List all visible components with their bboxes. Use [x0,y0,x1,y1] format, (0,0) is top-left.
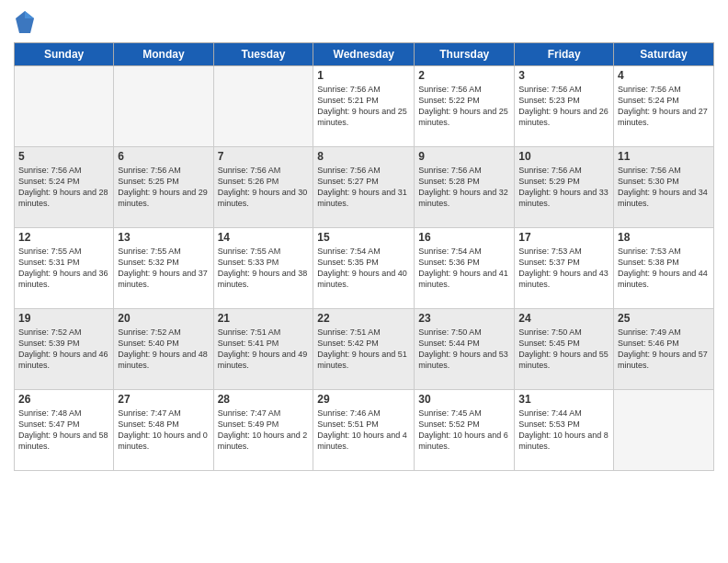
day-info: Sunrise: 7:55 AM Sunset: 5:33 PM Dayligh… [218,246,310,291]
day-number: 4 [618,69,710,82]
svg-marker-1 [25,11,34,18]
day-number: 31 [518,393,609,406]
calendar-cell [614,390,714,471]
day-info: Sunrise: 7:45 AM Sunset: 5:52 PM Dayligh… [418,408,510,453]
calendar-cell: 23Sunrise: 7:50 AM Sunset: 5:44 PM Dayli… [415,309,515,390]
calendar-cell: 16Sunrise: 7:54 AM Sunset: 5:36 PM Dayli… [415,228,515,309]
calendar-week-row: 12Sunrise: 7:55 AM Sunset: 5:31 PM Dayli… [15,228,714,309]
day-number: 11 [618,150,710,163]
day-info: Sunrise: 7:56 AM Sunset: 5:28 PM Dayligh… [418,165,510,210]
day-info: Sunrise: 7:50 AM Sunset: 5:45 PM Dayligh… [518,327,609,372]
calendar-cell: 20Sunrise: 7:52 AM Sunset: 5:40 PM Dayli… [114,309,213,390]
day-number: 10 [518,150,609,163]
day-info: Sunrise: 7:50 AM Sunset: 5:44 PM Dayligh… [418,327,510,372]
calendar-week-row: 26Sunrise: 7:48 AM Sunset: 5:47 PM Dayli… [15,390,714,471]
calendar-cell [15,66,114,147]
day-number: 21 [218,312,310,325]
weekday-header-monday: Monday [114,43,213,66]
day-number: 24 [518,312,609,325]
day-number: 19 [18,312,109,325]
day-number: 16 [418,231,510,244]
day-info: Sunrise: 7:47 AM Sunset: 5:49 PM Dayligh… [218,408,310,453]
calendar-cell: 4Sunrise: 7:56 AM Sunset: 5:24 PM Daylig… [614,66,714,147]
day-number: 15 [317,231,410,244]
day-info: Sunrise: 7:51 AM Sunset: 5:42 PM Dayligh… [317,327,410,372]
calendar-week-row: 5Sunrise: 7:56 AM Sunset: 5:24 PM Daylig… [15,147,714,228]
day-info: Sunrise: 7:56 AM Sunset: 5:25 PM Dayligh… [118,165,209,210]
day-info: Sunrise: 7:56 AM Sunset: 5:23 PM Dayligh… [518,84,609,129]
day-number: 1 [317,69,410,82]
day-info: Sunrise: 7:56 AM Sunset: 5:22 PM Dayligh… [418,84,510,129]
day-number: 26 [18,393,109,406]
calendar-cell: 11Sunrise: 7:56 AM Sunset: 5:30 PM Dayli… [614,147,714,228]
calendar-cell: 17Sunrise: 7:53 AM Sunset: 5:37 PM Dayli… [515,228,614,309]
day-number: 12 [18,231,109,244]
calendar-cell: 28Sunrise: 7:47 AM Sunset: 5:49 PM Dayli… [213,390,313,471]
day-number: 29 [317,393,410,406]
calendar-cell: 14Sunrise: 7:55 AM Sunset: 5:33 PM Dayli… [213,228,313,309]
calendar-cell: 3Sunrise: 7:56 AM Sunset: 5:23 PM Daylig… [515,66,614,147]
day-number: 3 [518,69,609,82]
calendar-week-row: 1Sunrise: 7:56 AM Sunset: 5:21 PM Daylig… [15,66,714,147]
day-number: 5 [18,150,109,163]
calendar-cell: 8Sunrise: 7:56 AM Sunset: 5:27 PM Daylig… [313,147,415,228]
day-number: 17 [518,231,609,244]
calendar-cell [114,66,213,147]
logo-icon [14,9,36,35]
day-number: 7 [218,150,310,163]
day-number: 8 [317,150,410,163]
weekday-header-sunday: Sunday [15,43,114,66]
calendar-week-row: 19Sunrise: 7:52 AM Sunset: 5:39 PM Dayli… [15,309,714,390]
day-info: Sunrise: 7:56 AM Sunset: 5:26 PM Dayligh… [218,165,310,210]
calendar-cell: 15Sunrise: 7:54 AM Sunset: 5:35 PM Dayli… [313,228,415,309]
day-info: Sunrise: 7:55 AM Sunset: 5:31 PM Dayligh… [18,246,109,291]
calendar-cell: 1Sunrise: 7:56 AM Sunset: 5:21 PM Daylig… [313,66,415,147]
calendar-cell: 5Sunrise: 7:56 AM Sunset: 5:24 PM Daylig… [15,147,114,228]
calendar-cell: 30Sunrise: 7:45 AM Sunset: 5:52 PM Dayli… [415,390,515,471]
day-number: 23 [418,312,510,325]
calendar-cell: 18Sunrise: 7:53 AM Sunset: 5:38 PM Dayli… [614,228,714,309]
weekday-header-thursday: Thursday [415,43,515,66]
calendar-cell: 13Sunrise: 7:55 AM Sunset: 5:32 PM Dayli… [114,228,213,309]
calendar-cell [213,66,313,147]
weekday-header-row: SundayMondayTuesdayWednesdayThursdayFrid… [15,43,714,66]
day-info: Sunrise: 7:55 AM Sunset: 5:32 PM Dayligh… [118,246,209,291]
weekday-header-saturday: Saturday [614,43,714,66]
calendar-cell: 12Sunrise: 7:55 AM Sunset: 5:31 PM Dayli… [15,228,114,309]
day-info: Sunrise: 7:52 AM Sunset: 5:39 PM Dayligh… [18,327,109,372]
day-info: Sunrise: 7:53 AM Sunset: 5:38 PM Dayligh… [618,246,710,291]
calendar-cell: 27Sunrise: 7:47 AM Sunset: 5:48 PM Dayli… [114,390,213,471]
calendar-cell: 7Sunrise: 7:56 AM Sunset: 5:26 PM Daylig… [213,147,313,228]
day-info: Sunrise: 7:54 AM Sunset: 5:36 PM Dayligh… [418,246,510,291]
header [14,9,714,35]
calendar-cell: 19Sunrise: 7:52 AM Sunset: 5:39 PM Dayli… [15,309,114,390]
calendar-cell: 6Sunrise: 7:56 AM Sunset: 5:25 PM Daylig… [114,147,213,228]
calendar-cell: 29Sunrise: 7:46 AM Sunset: 5:51 PM Dayli… [313,390,415,471]
day-info: Sunrise: 7:56 AM Sunset: 5:21 PM Dayligh… [317,84,410,129]
day-number: 30 [418,393,510,406]
day-number: 22 [317,312,410,325]
day-info: Sunrise: 7:54 AM Sunset: 5:35 PM Dayligh… [317,246,410,291]
calendar-cell: 24Sunrise: 7:50 AM Sunset: 5:45 PM Dayli… [515,309,614,390]
day-info: Sunrise: 7:56 AM Sunset: 5:27 PM Dayligh… [317,165,410,210]
calendar-cell: 26Sunrise: 7:48 AM Sunset: 5:47 PM Dayli… [15,390,114,471]
day-number: 27 [118,393,209,406]
calendar-cell: 10Sunrise: 7:56 AM Sunset: 5:29 PM Dayli… [515,147,614,228]
calendar-cell: 31Sunrise: 7:44 AM Sunset: 5:53 PM Dayli… [515,390,614,471]
day-number: 20 [118,312,209,325]
day-info: Sunrise: 7:44 AM Sunset: 5:53 PM Dayligh… [518,408,609,453]
page-container: SundayMondayTuesdayWednesdayThursdayFrid… [0,0,728,563]
weekday-header-tuesday: Tuesday [213,43,313,66]
day-number: 13 [118,231,209,244]
calendar-cell: 22Sunrise: 7:51 AM Sunset: 5:42 PM Dayli… [313,309,415,390]
day-info: Sunrise: 7:48 AM Sunset: 5:47 PM Dayligh… [18,408,109,453]
day-info: Sunrise: 7:51 AM Sunset: 5:41 PM Dayligh… [218,327,310,372]
calendar-cell: 2Sunrise: 7:56 AM Sunset: 5:22 PM Daylig… [415,66,515,147]
day-info: Sunrise: 7:53 AM Sunset: 5:37 PM Dayligh… [518,246,609,291]
day-info: Sunrise: 7:49 AM Sunset: 5:46 PM Dayligh… [618,327,710,372]
day-info: Sunrise: 7:56 AM Sunset: 5:24 PM Dayligh… [618,84,710,129]
day-info: Sunrise: 7:56 AM Sunset: 5:30 PM Dayligh… [618,165,710,210]
day-info: Sunrise: 7:56 AM Sunset: 5:24 PM Dayligh… [18,165,109,210]
calendar-cell: 9Sunrise: 7:56 AM Sunset: 5:28 PM Daylig… [415,147,515,228]
calendar-table: SundayMondayTuesdayWednesdayThursdayFrid… [14,42,714,471]
